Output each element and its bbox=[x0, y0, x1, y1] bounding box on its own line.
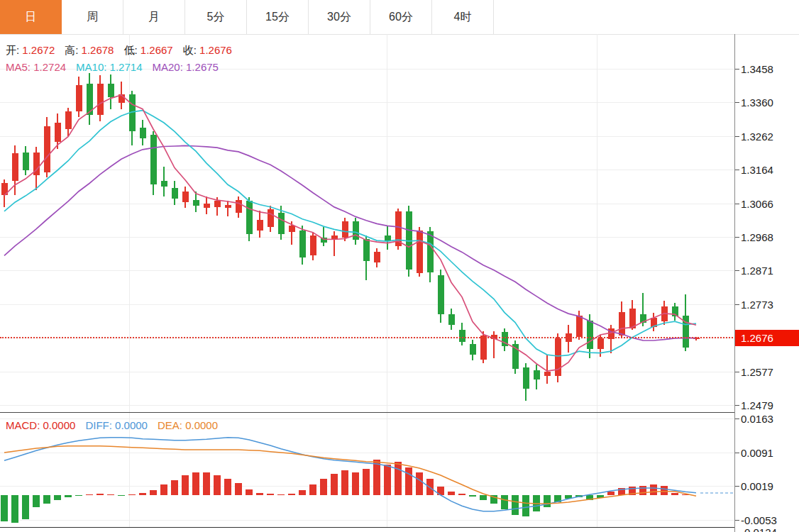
gridline-h bbox=[0, 453, 734, 453]
macd-bar bbox=[650, 484, 657, 495]
macd-bar bbox=[405, 467, 412, 495]
candle bbox=[534, 370, 540, 379]
candle bbox=[299, 231, 306, 257]
candle bbox=[523, 367, 529, 389]
candle bbox=[661, 306, 668, 321]
candle bbox=[150, 135, 157, 184]
axis-label: 1.2479 bbox=[741, 399, 773, 411]
axis-label: 1.2871 bbox=[741, 265, 773, 277]
candle bbox=[289, 226, 295, 232]
candle bbox=[651, 318, 657, 327]
tab-周[interactable]: 周 bbox=[62, 0, 123, 34]
macd-bar bbox=[235, 483, 242, 495]
candle bbox=[544, 372, 551, 376]
legend-item: MACD: 0.0000 bbox=[6, 419, 75, 431]
axis-tick bbox=[735, 136, 739, 137]
axis-tick bbox=[735, 372, 739, 372]
macd-bar bbox=[554, 495, 561, 502]
macd-bar bbox=[203, 472, 210, 495]
tab-60分[interactable]: 60分 bbox=[370, 0, 432, 34]
candle bbox=[331, 235, 338, 240]
macd-bar bbox=[267, 494, 274, 495]
macd-bar bbox=[384, 465, 391, 495]
legend-item: DIFF: 0.0000 bbox=[85, 419, 148, 431]
axis-label: 1.3164 bbox=[741, 164, 773, 176]
macd-bar bbox=[607, 492, 615, 495]
candle bbox=[438, 275, 444, 314]
candle bbox=[278, 213, 285, 234]
candle-wick bbox=[227, 201, 228, 216]
candle bbox=[395, 211, 402, 246]
legend-item: 低: 1.2667 bbox=[123, 44, 172, 57]
candle bbox=[1, 183, 8, 195]
candle bbox=[76, 85, 82, 111]
axis-tick bbox=[735, 102, 739, 103]
candle bbox=[44, 126, 50, 172]
candle bbox=[225, 205, 231, 208]
macd-bar bbox=[320, 479, 327, 495]
price-axis-line bbox=[734, 34, 735, 532]
candle bbox=[374, 252, 380, 262]
macd-bar bbox=[65, 495, 72, 497]
axis-label: 0.0163 bbox=[741, 413, 773, 425]
macd-bar bbox=[426, 479, 434, 495]
current-price-dotted-line bbox=[0, 337, 733, 338]
tab-30分[interactable]: 30分 bbox=[309, 0, 370, 34]
candle bbox=[87, 84, 93, 115]
axis-tick bbox=[735, 170, 739, 170]
macd-bar bbox=[118, 495, 125, 496]
macd-bar bbox=[597, 495, 604, 498]
tab-日[interactable]: 日 bbox=[0, 0, 62, 34]
macd-bar bbox=[128, 494, 136, 495]
tab-5分[interactable]: 5分 bbox=[185, 0, 247, 34]
macd-bar bbox=[1, 495, 8, 521]
candle bbox=[587, 321, 593, 349]
gridline-h bbox=[0, 405, 734, 406]
macd-bar bbox=[107, 494, 114, 495]
macd-bar bbox=[682, 494, 689, 495]
macd-bar bbox=[182, 475, 189, 495]
candle bbox=[619, 312, 625, 336]
legend-item: 高: 1.2678 bbox=[65, 44, 114, 57]
candle bbox=[512, 344, 519, 369]
axis-tick bbox=[735, 405, 739, 406]
tab-月[interactable]: 月 bbox=[123, 0, 185, 34]
timeframe-tabbar: 日周月5分15分30分60分4时 bbox=[0, 0, 799, 35]
axis-label: 1.3360 bbox=[741, 96, 773, 109]
axis-tick bbox=[735, 270, 739, 271]
macd-bar bbox=[448, 492, 455, 495]
macd-bar bbox=[458, 494, 465, 495]
macd-bar bbox=[639, 486, 646, 495]
tab-4时[interactable]: 4时 bbox=[432, 0, 494, 34]
candle bbox=[182, 192, 189, 202]
candle bbox=[406, 211, 412, 270]
tab-15分[interactable]: 15分 bbox=[247, 0, 309, 34]
candle-wick bbox=[546, 355, 548, 384]
macd-bar bbox=[288, 494, 295, 495]
candle bbox=[683, 316, 689, 348]
candle bbox=[321, 238, 327, 243]
candle bbox=[172, 188, 178, 199]
axis-label: -0.0053 bbox=[741, 514, 777, 526]
axis-label: 1.3458 bbox=[741, 63, 773, 75]
candle bbox=[353, 221, 359, 240]
macd-bar bbox=[256, 493, 263, 495]
candle bbox=[385, 235, 391, 241]
macd-bar bbox=[363, 469, 370, 495]
axis-tick bbox=[735, 237, 739, 238]
macd-bar bbox=[22, 495, 29, 519]
candle bbox=[597, 338, 604, 349]
candle bbox=[640, 314, 646, 323]
axis-tick bbox=[735, 204, 739, 204]
candle bbox=[470, 344, 476, 355]
macd-bar bbox=[160, 484, 167, 495]
candle-wick bbox=[334, 231, 335, 256]
axis-label: 1.3066 bbox=[741, 197, 773, 209]
macd-bar bbox=[150, 490, 157, 495]
candle bbox=[310, 235, 316, 255]
macd-bar bbox=[501, 495, 508, 509]
macd-bar bbox=[75, 495, 82, 496]
macd-bar bbox=[437, 487, 444, 495]
candle bbox=[417, 231, 423, 273]
gridline-h bbox=[0, 520, 734, 521]
